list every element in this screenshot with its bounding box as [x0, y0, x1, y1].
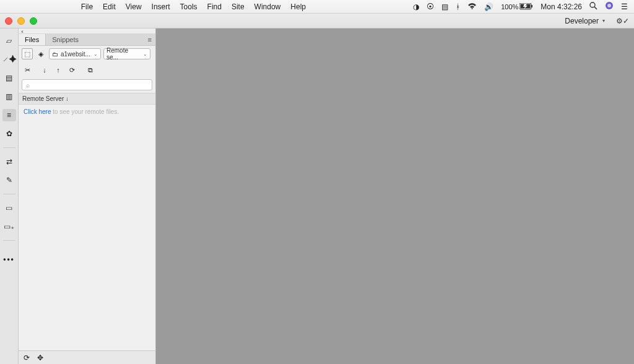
tool-files-icon[interactable]: ≡	[2, 109, 16, 121]
more-tools-icon[interactable]: •••	[2, 253, 16, 266]
close-window-button[interactable]	[5, 17, 12, 25]
tool-wand-icon[interactable]: ⟋✦	[2, 53, 16, 66]
chevron-down-icon: ⌄	[93, 51, 98, 57]
sort-down-icon: ↓	[66, 95, 69, 102]
svg-rect-1	[531, 5, 532, 7]
bluetooth-icon[interactable]: ᚼ	[456, 2, 460, 11]
click-here-rest: to see your remote files.	[51, 108, 119, 115]
tab-snippets[interactable]: Snippets	[46, 34, 85, 45]
menu-help[interactable]: Help	[290, 2, 306, 11]
panel-menu-icon[interactable]: ≡	[148, 36, 152, 43]
mac-menubar: Dreamweaver CC File Edit View Insert Too…	[0, 0, 634, 14]
column-header-remote[interactable]: Remote Server ↓	[19, 93, 155, 105]
ftp-icon[interactable]: ⬚	[22, 48, 33, 59]
spotlight-icon[interactable]	[589, 2, 597, 12]
get-icon[interactable]: ↓	[39, 64, 50, 76]
sync-icon[interactable]: ⟳	[66, 64, 77, 76]
minimize-window-button[interactable]	[17, 17, 25, 25]
disconnect-icon[interactable]: ✂	[22, 64, 33, 76]
control-center-icon[interactable]: ☰	[621, 2, 628, 11]
new-doc-icon[interactable]: ▱	[2, 35, 16, 47]
expand-icon[interactable]: ⧉	[85, 64, 96, 76]
menu-view[interactable]: View	[126, 2, 142, 11]
disk-icon[interactable]: ▤	[441, 2, 448, 11]
menu-window[interactable]: Window	[254, 2, 281, 11]
left-toolstrip: ▱ ⟋✦ ▤ ▥ ≡ ✿ ⇄ ✎ ▭ ▭₊ •••	[0, 28, 19, 364]
menu-site[interactable]: Site	[232, 2, 245, 11]
record-icon[interactable]: ⦿	[427, 2, 434, 11]
separator	[3, 194, 15, 194]
svg-line-4	[594, 7, 597, 9]
code-nav-icon[interactable]: ◈	[35, 48, 46, 59]
workspace-switcher[interactable]: Developer ▾	[560, 15, 610, 27]
zoom-window-button[interactable]	[30, 17, 37, 25]
tool-css-icon[interactable]: ⇄	[2, 155, 16, 168]
settings-icon[interactable]: ⚙✓	[616, 17, 629, 25]
tool-behaviors-icon[interactable]: ✎	[2, 174, 16, 186]
clock[interactable]: Mon 4:32:26	[541, 2, 582, 11]
battery-percent: 100%	[501, 3, 518, 11]
wifi-icon[interactable]	[467, 2, 477, 11]
log-icon[interactable]: ✥	[37, 353, 43, 362]
separator	[3, 240, 15, 241]
files-panel: ‹‹ Files Snippets ≡ ⬚ ◈ 🗀 a1websit... ⌄ …	[19, 28, 156, 364]
menu-tools[interactable]: Tools	[180, 2, 198, 11]
status-icon-1[interactable]: ◑	[413, 2, 419, 11]
svg-point-3	[590, 2, 595, 7]
server-dropdown[interactable]: Remote se... ⌄	[103, 48, 150, 59]
refresh-icon[interactable]: ⟳	[24, 353, 30, 362]
volume-icon[interactable]: 🔊	[484, 2, 493, 11]
click-here-link[interactable]: Click here	[24, 108, 51, 115]
tool-dom-icon[interactable]: ▤	[2, 72, 16, 84]
siri-icon[interactable]	[605, 1, 614, 12]
filter-box[interactable]: ⌕	[22, 79, 152, 90]
server-dropdown-label: Remote se...	[106, 47, 141, 61]
menu-file[interactable]: File	[81, 2, 93, 11]
panel-bottombar: ⟳ ✥	[19, 350, 155, 364]
workspace-label: Developer	[565, 17, 599, 25]
tool-assets-icon[interactable]: ▥	[2, 90, 16, 103]
tool-output-icon[interactable]: ▭	[2, 202, 16, 214]
folder-icon: 🗀	[52, 51, 58, 58]
chevron-down-icon: ⌄	[143, 51, 147, 57]
document-canvas	[156, 28, 634, 364]
app-body: ▱ ⟋✦ ▤ ▥ ≡ ✿ ⇄ ✎ ▭ ▭₊ ••• ‹‹ Files Snipp…	[0, 28, 634, 364]
separator	[3, 147, 15, 148]
tool-git-icon[interactable]: ▭₊	[2, 220, 16, 233]
battery-status[interactable]: 100%	[501, 3, 533, 11]
filter-input[interactable]	[32, 81, 148, 89]
site-dropdown-label: a1websit...	[61, 51, 90, 58]
file-list-area: Click here to see your remote files.	[19, 105, 155, 350]
svg-point-6	[607, 4, 611, 7]
remote-server-header-label: Remote Server	[22, 95, 64, 102]
search-icon: ⌕	[26, 82, 30, 89]
tab-files[interactable]: Files	[19, 34, 46, 45]
traffic-lights	[5, 17, 37, 25]
menu-insert[interactable]: Insert	[152, 2, 170, 11]
collapse-icon[interactable]: ‹‹	[21, 28, 22, 35]
chevron-down-icon: ▾	[602, 18, 605, 24]
tool-settings-icon[interactable]: ✿	[2, 128, 16, 140]
menu-find[interactable]: Find	[207, 2, 222, 11]
menu-edit[interactable]: Edit	[103, 2, 116, 11]
site-dropdown[interactable]: 🗀 a1websit... ⌄	[49, 48, 101, 59]
put-icon[interactable]: ↑	[53, 64, 64, 76]
